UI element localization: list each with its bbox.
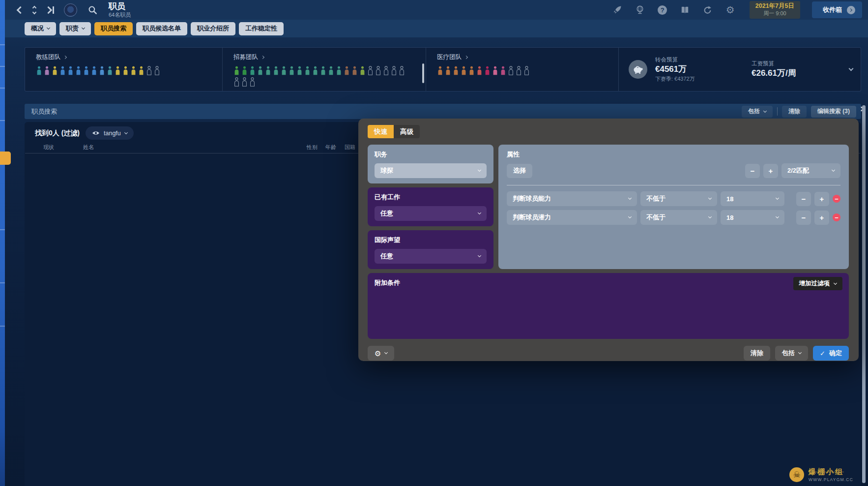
column-header[interactable]: 姓名 [83, 144, 94, 151]
vacant-staff-icon[interactable] [154, 66, 160, 75]
value-increase-button[interactable]: + [814, 211, 829, 225]
saved-filter-dropdown[interactable]: tangfu [86, 126, 134, 140]
sidebar-active-item[interactable] [0, 152, 11, 165]
staff-member-icon[interactable] [273, 66, 279, 75]
match-dropdown[interactable]: 2/2匹配 [781, 163, 840, 178]
staff-member-icon[interactable] [336, 66, 342, 75]
staff-member-icon[interactable] [296, 66, 303, 75]
staff-member-icon[interactable] [453, 66, 459, 75]
vacant-staff-icon[interactable] [233, 77, 240, 87]
handbook-icon[interactable] [680, 4, 691, 15]
attribute-operator-dropdown[interactable]: 不低于 [640, 210, 717, 225]
inbox-button[interactable]: 收件箱 [812, 1, 862, 18]
staff-member-icon[interactable] [99, 66, 105, 75]
staff-member-icon[interactable] [52, 66, 58, 75]
remove-filter-icon[interactable]: − [833, 213, 840, 221]
vacant-staff-icon[interactable] [508, 66, 514, 75]
staff-member-icon[interactable] [359, 66, 366, 75]
match-increase-button[interactable]: + [763, 164, 778, 178]
team-link[interactable]: 教练团队 [36, 53, 213, 61]
current-job-dropdown[interactable]: 任意 [375, 206, 487, 221]
vacant-staff-icon[interactable] [516, 66, 522, 75]
collapsed-sidebar[interactable] [0, 0, 5, 486]
staff-member-icon[interactable] [59, 66, 66, 75]
column-header[interactable]: 国籍 [345, 144, 355, 151]
staff-member-icon[interactable] [233, 66, 240, 75]
staff-member-icon[interactable] [107, 66, 113, 75]
staff-member-icon[interactable] [476, 66, 483, 75]
attribute-value-dropdown[interactable]: 18 [721, 191, 784, 206]
game-date[interactable]: 2021年7月5日 周一 9:00 [750, 1, 800, 18]
column-header[interactable]: 性别 [307, 144, 318, 151]
staff-member-icon[interactable] [461, 66, 467, 75]
staff-member-icon[interactable] [437, 66, 443, 75]
reputation-dropdown[interactable]: 任意 [375, 249, 487, 264]
staff-member-icon[interactable] [122, 66, 129, 75]
staff-member-icon[interactable] [445, 66, 451, 75]
staff-member-icon[interactable] [351, 66, 358, 75]
world-icon[interactable] [635, 4, 645, 15]
staff-member-icon[interactable] [115, 66, 121, 75]
select-attributes-button[interactable]: 选择 [507, 164, 532, 178]
job-dropdown[interactable]: 球探 [375, 163, 487, 178]
filter-settings-dropdown[interactable]: ⚙ [368, 346, 394, 361]
staff-member-icon[interactable] [500, 66, 506, 75]
team-link[interactable]: 医疗团队 [437, 53, 609, 61]
vacant-staff-icon[interactable] [375, 66, 381, 75]
value-decrease-button[interactable]: − [796, 211, 811, 225]
clear-search-button[interactable]: 清除 [782, 106, 807, 118]
team-link[interactable]: 招募团队 [233, 53, 417, 61]
include-dropdown[interactable]: 包括 [742, 106, 773, 118]
vacant-staff-icon[interactable] [146, 66, 152, 75]
staff-member-icon[interactable] [289, 66, 295, 75]
staff-member-icon[interactable] [320, 66, 326, 75]
staff-member-icon[interactable] [328, 66, 334, 75]
staff-member-icon[interactable] [281, 66, 287, 75]
attribute-operator-dropdown[interactable]: 不低于 [640, 191, 717, 206]
vacant-staff-icon[interactable] [249, 77, 256, 87]
staff-member-icon[interactable] [468, 66, 475, 75]
club-badge[interactable] [64, 3, 77, 17]
vacant-staff-icon[interactable] [399, 66, 405, 75]
staff-member-icon[interactable] [257, 66, 263, 75]
vacant-staff-icon[interactable] [391, 66, 397, 75]
panel-scrollbar[interactable] [422, 63, 424, 83]
tab-advanced[interactable]: 高级 [394, 125, 420, 138]
staff-member-icon[interactable] [312, 66, 318, 75]
attribute-name-dropdown[interactable]: 判断球员能力 [507, 191, 637, 206]
vacant-staff-icon[interactable] [367, 66, 374, 75]
back-icon[interactable] [18, 7, 23, 13]
staff-member-icon[interactable] [83, 66, 89, 75]
tab-job-security[interactable]: 工作稳定性 [239, 22, 284, 35]
staff-member-icon[interactable] [241, 66, 248, 75]
staff-member-icon[interactable] [36, 66, 42, 75]
column-header[interactable]: 年龄 [325, 144, 336, 151]
edit-search-button[interactable]: 编辑搜索 (3) [811, 106, 856, 118]
staff-member-icon[interactable] [138, 66, 145, 75]
dialog-include-dropdown[interactable]: 包括 [775, 346, 808, 361]
refresh-icon[interactable] [702, 4, 713, 15]
attribute-name-dropdown[interactable]: 判断球员潜力 [507, 210, 637, 225]
staff-member-icon[interactable] [91, 66, 97, 75]
history-icon[interactable] [33, 6, 36, 14]
vacant-staff-icon[interactable] [383, 66, 389, 75]
budget-expand-icon[interactable] [849, 66, 854, 71]
tab-staff-shortlist[interactable]: 职员候选名单 [136, 22, 187, 35]
dialog-clear-button[interactable]: 清除 [744, 346, 770, 361]
quick-flicks-icon[interactable] [612, 4, 623, 15]
staff-member-icon[interactable] [304, 66, 311, 75]
tab-job-centre[interactable]: 职业介绍所 [191, 22, 235, 35]
tab-staff-search[interactable]: 职员搜索 [94, 22, 133, 35]
staff-member-icon[interactable] [67, 66, 74, 75]
staff-member-icon[interactable] [44, 66, 50, 75]
tab-quick[interactable]: 快速 [368, 125, 394, 138]
confirm-button[interactable]: ✓确定 [813, 346, 849, 361]
tab-responsibilities[interactable]: 职责 [59, 22, 91, 35]
forward-icon[interactable] [46, 6, 54, 14]
staff-member-icon[interactable] [75, 66, 82, 75]
help-icon[interactable]: ? [657, 4, 668, 15]
add-filter-button[interactable]: 增加过滤项 [793, 277, 843, 290]
remove-filter-icon[interactable]: − [833, 195, 840, 203]
staff-member-icon[interactable] [249, 66, 256, 75]
staff-member-icon[interactable] [130, 66, 137, 75]
